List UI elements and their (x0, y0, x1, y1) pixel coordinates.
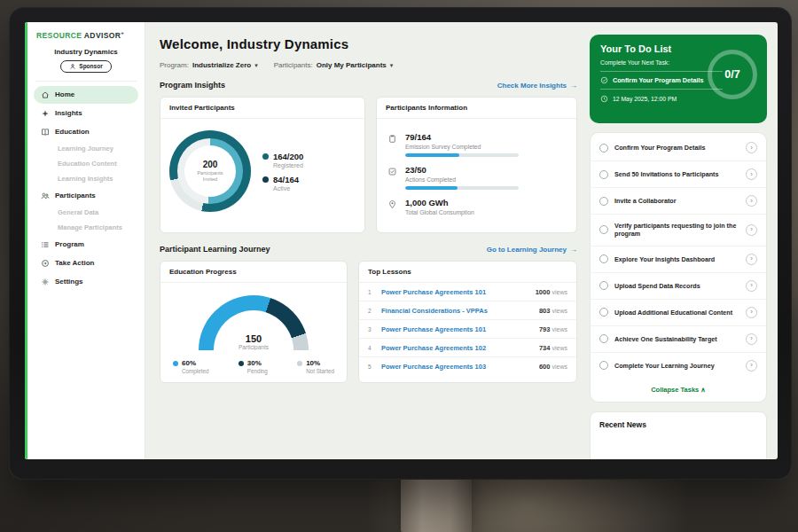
filter-label: Participants: (274, 61, 313, 69)
todo-panel: Your To Do List Complete Your Next Task:… (588, 22, 778, 459)
lesson-rank: 1 (368, 289, 374, 295)
sidebar-item-take-action[interactable]: Take Action (34, 254, 138, 272)
gauge-value: 150 (199, 333, 309, 344)
sidebar-item-program[interactable]: Program (34, 236, 138, 254)
lesson-link[interactable]: Financial Considerations - VPPAs (381, 307, 532, 315)
sidebar-item-learning-journey[interactable]: Learning Journey (34, 142, 138, 156)
participants-information-body: 79/164 Emission Survey Completed 23/50 A… (377, 119, 576, 232)
chevron-right-icon[interactable]: › (746, 224, 757, 236)
task-checkbox[interactable] (599, 144, 608, 153)
link-label: Go to Learning Journey (487, 246, 567, 254)
chevron-right-icon[interactable]: › (746, 142, 757, 153)
stat-value: 1,000 GWh (405, 198, 474, 207)
sidebar-item-general-data[interactable]: General Data (34, 206, 138, 220)
sponsor-badge[interactable]: Sponsor (60, 60, 111, 73)
card-title: Top Lessons (359, 262, 576, 283)
task-checkbox[interactable] (599, 197, 608, 206)
app-logo: RESOURCE ADVISOR+ (34, 30, 138, 40)
task-row-send-invitations[interactable]: Send 50 Invitations to Participants › (591, 161, 766, 188)
lesson-rank: 3 (368, 326, 374, 332)
task-row-sustainability-target[interactable]: Achieve One Sustainability Target › (591, 326, 766, 353)
participants-filter[interactable]: Participants: Only My Participants ▾ (274, 61, 394, 69)
task-checkbox[interactable] (599, 361, 608, 370)
chevron-right-icon[interactable]: › (746, 307, 757, 318)
task-label: Achieve One Sustainability Target (614, 335, 739, 343)
views-suffix: views (552, 289, 567, 295)
task-row-complete-learning-journey[interactable]: Complete Your Learning Journey › (591, 353, 766, 379)
sidebar-item-home[interactable]: Home (34, 86, 138, 104)
sidebar-item-label: Manage Participants (58, 223, 122, 231)
sidebar: RESOURCE ADVISOR+ Industry Dynamics Spon… (25, 22, 145, 459)
task-row-confirm-program[interactable]: Confirm Your Program Details › (591, 135, 766, 161)
task-row-explore-insights[interactable]: Explore Your Insights Dashboard › (591, 246, 766, 273)
legend-registered: 164/200 Registered (262, 152, 303, 168)
page-title: Welcome, Industry Dynamics (160, 36, 577, 51)
views-suffix: views (552, 308, 567, 314)
chevron-right-icon[interactable]: › (746, 333, 757, 345)
chevron-up-icon: ∧ (700, 386, 706, 394)
task-checkbox[interactable] (599, 308, 608, 317)
dashboard-screen: RESOURCE ADVISOR+ Industry Dynamics Spon… (25, 22, 778, 459)
learning-journey-header: Participant Learning Journey Go to Learn… (160, 245, 577, 254)
task-label: Send 50 Invitations to Participants (614, 170, 739, 178)
task-checkbox[interactable] (599, 281, 608, 290)
task-checkbox[interactable] (599, 334, 608, 343)
task-checkbox[interactable] (599, 225, 608, 234)
stat-global-consumption: 1,000 GWh Total Global Consumption (387, 198, 566, 219)
lesson-link[interactable]: Power Purchase Agreements 101 (381, 325, 532, 333)
task-checkbox[interactable] (599, 170, 608, 179)
stat-value: 23/50 (405, 165, 519, 175)
take-action-icon (41, 259, 50, 268)
chevron-right-icon[interactable]: › (746, 360, 757, 372)
donut-center-label: Participants Invited (191, 170, 230, 183)
lesson-views: 793 (539, 325, 551, 333)
lesson-views: 600 (539, 363, 551, 371)
card-title: Invited Participants (160, 98, 364, 119)
todo-progress-count: 0/7 (724, 68, 739, 81)
task-row-verify-participants[interactable]: Verify participants requesting to join t… (591, 215, 766, 246)
stat-label: Emission Survey Completed (405, 144, 519, 150)
task-label: Complete Your Learning Journey (614, 362, 739, 370)
education-progress-card: Education Progress 150 Participants (160, 261, 348, 383)
stat-label: Actions Completed (405, 176, 519, 183)
lesson-link[interactable]: Power Purchase Agreements 103 (381, 363, 532, 371)
task-row-upload-educational-content[interactable]: Upload Additional Educational Content › (591, 300, 766, 326)
chevron-right-icon[interactable]: › (746, 168, 757, 180)
go-to-learning-journey-link[interactable]: Go to Learning Journey → (487, 246, 577, 254)
sidebar-item-label: Insights (55, 109, 82, 117)
org-name: Industry Dynamics (34, 48, 138, 56)
task-label: Confirm Your Program Details (614, 144, 739, 152)
sidebar-item-settings[interactable]: Settings (34, 273, 138, 291)
consumption-icon (387, 200, 397, 209)
sidebar-item-education[interactable]: Education (34, 123, 138, 141)
legend-dot (262, 176, 269, 183)
lesson-link[interactable]: Power Purchase Agreements 101 (381, 288, 528, 296)
monitor-bezel: RESOURCE ADVISOR+ Industry Dynamics Spon… (9, 7, 792, 480)
sidebar-item-learning-insights[interactable]: Learning Insights (34, 172, 138, 186)
sidebar-divider (35, 81, 137, 82)
chevron-right-icon[interactable]: › (746, 280, 757, 292)
views-suffix: views (552, 345, 567, 351)
chevron-down-icon: ▾ (390, 62, 394, 69)
sidebar-item-education-content[interactable]: Education Content (34, 157, 138, 171)
check-more-insights-link[interactable]: Check More Insights → (497, 82, 577, 90)
task-checkbox[interactable] (599, 254, 608, 263)
chevron-right-icon[interactable]: › (746, 195, 757, 207)
sidebar-item-insights[interactable]: Insights (34, 105, 138, 122)
program-filter[interactable]: Program: Industrialize Zero ▾ (160, 61, 258, 69)
collapse-label: Collapse Tasks (651, 386, 699, 394)
sidebar-item-label: Take Action (55, 259, 94, 267)
insights-icon (41, 109, 50, 118)
todo-next-task[interactable]: Confirm Your Program Details (600, 71, 723, 90)
lesson-link[interactable]: Power Purchase Agreements 102 (381, 344, 532, 352)
task-list: Confirm Your Program Details › Send 50 I… (590, 132, 767, 403)
task-row-upload-spend-data[interactable]: Upload Spend Data Records › (591, 273, 766, 300)
filter-value: Only My Participants (317, 61, 387, 69)
chevron-right-icon[interactable]: › (746, 254, 757, 265)
legend-label: Pending (247, 368, 268, 374)
sidebar-item-participants[interactable]: Participants (34, 187, 138, 205)
legend-completed: 60% Completed (173, 359, 208, 374)
task-row-invite-collaborator[interactable]: Invite a Collaborator › (591, 188, 766, 215)
sidebar-item-manage-participants[interactable]: Manage Participants (34, 221, 138, 235)
collapse-tasks-button[interactable]: Collapse Tasks ∧ (591, 379, 766, 402)
